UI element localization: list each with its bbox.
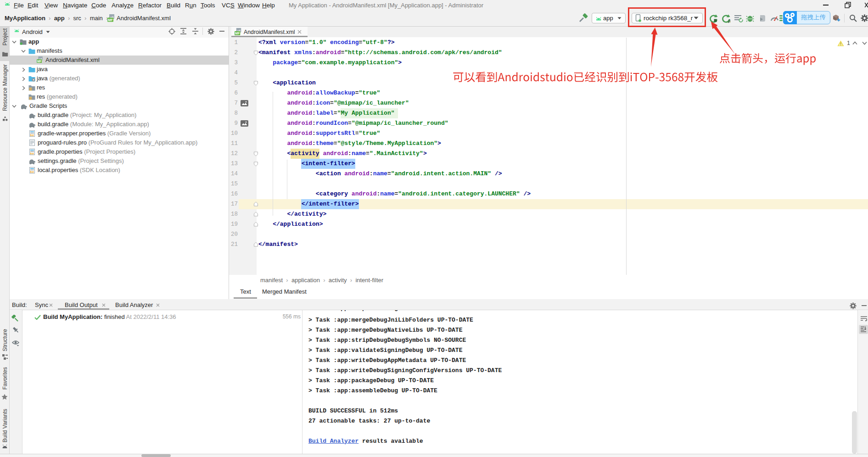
svg-text:A: A — [728, 18, 731, 23]
svg-text:MF: MF — [235, 32, 240, 35]
svg-text:MF: MF — [37, 60, 41, 63]
svg-text:MF: MF — [108, 18, 113, 22]
